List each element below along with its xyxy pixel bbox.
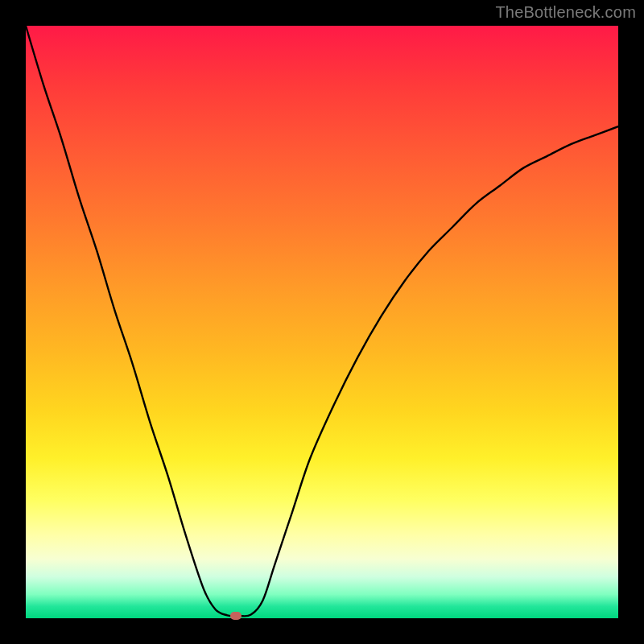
bottleneck-curve [26, 26, 618, 616]
curve-svg [26, 26, 618, 618]
watermark-text: TheBottleneck.com [495, 3, 636, 22]
chart-frame: TheBottleneck.com [0, 0, 644, 644]
optimum-marker [230, 612, 242, 620]
plot-area [26, 26, 618, 618]
